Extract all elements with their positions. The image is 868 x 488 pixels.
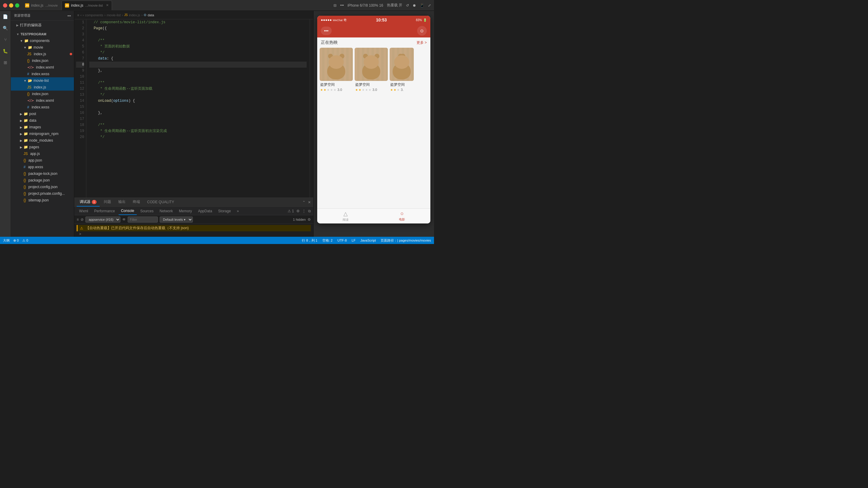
console-tab-console[interactable]: Console: [119, 207, 137, 215]
nav-next-icon[interactable]: ›: [83, 13, 84, 17]
item-label: index.json: [32, 59, 48, 63]
console-tab-memory[interactable]: Memory: [177, 207, 194, 215]
tab-debugger[interactable]: 调试器 1: [77, 198, 100, 206]
filter-input[interactable]: [128, 217, 158, 223]
console-prompt[interactable]: >: [77, 231, 311, 237]
clear-icon[interactable]: ⊘: [81, 218, 84, 222]
sidebar-item-movie-indexjs[interactable]: JS index.js: [11, 51, 74, 57]
service-selector[interactable]: appservice (#16): [85, 217, 120, 223]
close-panel-icon[interactable]: ✕: [308, 200, 311, 204]
phone-search-button[interactable]: ⊙: [417, 26, 427, 36]
sidebar-item-node-modules[interactable]: ▶ 📁 node_modules: [11, 137, 74, 144]
encoding-info: UTF-8: [337, 238, 347, 242]
sidebar-item-movie-indexjson[interactable]: {} index.json: [11, 57, 74, 64]
console-tab-storage[interactable]: Storage: [216, 207, 233, 215]
code-editor[interactable]: 1234 567 8 9101112 13141516 17181920 // …: [74, 19, 313, 198]
code-line-10: [89, 74, 307, 80]
sidebar-item-components[interactable]: ▼ 📁 components: [11, 37, 74, 44]
git-icon[interactable]: ⑂: [2, 36, 9, 43]
extensions-icon[interactable]: ⊞: [2, 59, 9, 66]
more-link[interactable]: 更多 >: [416, 40, 427, 45]
sidebar-item-movie-list[interactable]: ▼ 📂 movie-list: [11, 77, 74, 84]
sidebar-item-package-lock[interactable]: {} package-lock.json: [11, 170, 74, 177]
more-icon[interactable]: ⋮: [302, 209, 306, 213]
sidebar-item-movie-indexwxml[interactable]: ≺/≻ index.wxml: [11, 64, 74, 71]
tab-terminal[interactable]: 终端: [130, 198, 143, 206]
nav-item-read[interactable]: △ 阅读: [343, 210, 349, 222]
window-controls[interactable]: [3, 3, 19, 7]
settings-gear-icon[interactable]: ⚙: [308, 218, 311, 222]
tab-movie-index[interactable]: JS index.js .../movie: [22, 1, 61, 10]
nav-back-icon[interactable]: ≡: [77, 13, 79, 17]
tab-movie-list-index[interactable]: JS index.js .../movie-list ✕: [62, 1, 112, 10]
sidebar-item-movielist-indexwxml[interactable]: ≺/≻ index.wxml: [11, 97, 74, 104]
console-tab-performance[interactable]: Performance: [92, 207, 117, 215]
item-label: project.config.json: [28, 185, 58, 189]
sidebar-more-icon[interactable]: •••: [67, 14, 71, 18]
folder-icon-post: 📁: [24, 112, 28, 116]
tab-code-quality[interactable]: CODE QUALITY: [144, 198, 177, 206]
device-selector[interactable]: iPhone 6/7/8 100% 16: [348, 3, 383, 7]
sidebar-item-movie[interactable]: ▼ 📁 movie: [11, 44, 74, 51]
nav-prev-icon[interactable]: ‹: [80, 13, 82, 17]
sidebar-item-movielist-indexjs[interactable]: JS index.js: [11, 84, 74, 91]
tab-close-button[interactable]: ✕: [106, 3, 108, 7]
open-editors-header[interactable]: ▶ 打开的编辑器: [11, 22, 74, 28]
chevron-down-icon: ▼: [24, 79, 27, 82]
tab-problems[interactable]: 问题: [101, 198, 114, 206]
device-icon[interactable]: 📱: [420, 3, 424, 7]
sidebar-item-movie-indexwxss[interactable]: # index.wxss: [11, 71, 74, 77]
sidebar-item-movielist-indexwxss[interactable]: # index.wxss: [11, 104, 74, 111]
sidebar-item-appjson[interactable]: {} app.json: [11, 157, 74, 164]
sidebar-item-miniprogram-npm[interactable]: ▶ 📁 miniprogram_npm: [11, 131, 74, 137]
cursor-position: 行 8，列 1: [302, 238, 317, 243]
console-tab-appdata[interactable]: AppData: [195, 207, 215, 215]
console-tab-more[interactable]: »: [235, 207, 242, 215]
debug-icon[interactable]: 🐛: [2, 48, 9, 54]
refresh-icon[interactable]: ↺: [406, 3, 409, 7]
minimize-button[interactable]: [9, 3, 13, 7]
close-button[interactable]: [3, 3, 7, 7]
code-line-20: */: [89, 134, 307, 140]
hotreload-toggle[interactable]: 热重载 开: [387, 3, 402, 8]
console-content: ⚠ 【自动热重载】已开启代码文件保存后自动热重载（不支持 json) >: [74, 224, 313, 237]
sidebar-item-appjs[interactable]: JS app.js: [11, 150, 74, 157]
sidebar-item-package[interactable]: {} package.json: [11, 177, 74, 183]
editor-scrollbar[interactable]: [310, 19, 313, 198]
more-icon[interactable]: •••: [340, 3, 344, 7]
sidebar-toggle-icon[interactable]: ≡: [77, 218, 79, 222]
sidebar-item-post[interactable]: ▶ 📁 post: [11, 111, 74, 117]
item-label: index.js: [34, 52, 46, 56]
copy-icon[interactable]: ⧉: [308, 209, 311, 213]
maximize-button[interactable]: [15, 3, 19, 7]
star3-3: ★: [397, 88, 400, 91]
record-icon[interactable]: ⏺: [412, 3, 416, 7]
search-icon[interactable]: 🔍: [2, 25, 9, 31]
tree-root[interactable]: ▼ TESTPROGRAM: [11, 31, 74, 37]
sidebar-item-appwxss[interactable]: # app.wxss: [11, 164, 74, 170]
eye-icon[interactable]: 👁: [122, 218, 126, 222]
sidebar-item-data[interactable]: ▶ 📁 data: [11, 117, 74, 124]
outline-label[interactable]: 大纲: [3, 238, 10, 243]
sidebar-item-projectconfig[interactable]: {} project.config.json: [11, 183, 74, 190]
nav-item-movie[interactable]: ○ 电影: [399, 210, 405, 222]
files-icon[interactable]: 📄: [2, 13, 9, 20]
tab-output[interactable]: 输出: [115, 198, 129, 206]
sidebar-item-projectprivate[interactable]: {} project.private.config...: [11, 190, 74, 197]
code-text[interactable]: // components/movie-list/index.js Page({…: [86, 19, 310, 198]
sidebar-item-images[interactable]: ▶ 📁 images: [11, 124, 74, 131]
bear-head-2: [364, 55, 379, 69]
collapse-panel-icon[interactable]: ⌃: [302, 200, 305, 204]
sidebar-item-pages[interactable]: ▶ 📁 pages: [11, 144, 74, 150]
fullscreen-icon[interactable]: ⤢: [428, 3, 431, 7]
console-tab-sources[interactable]: Sources: [138, 207, 156, 215]
console-tab-network[interactable]: Network: [157, 207, 175, 215]
sidebar-item-sitemap[interactable]: {} sitemap.json: [11, 197, 74, 204]
movie-rating-3: ★ ★ ★ 3.: [390, 87, 414, 92]
levels-selector[interactable]: Default levels ▾: [160, 217, 193, 223]
layout-icon[interactable]: ⊟: [334, 3, 337, 7]
console-tab-wxml[interactable]: Wxml: [77, 207, 91, 215]
settings-icon[interactable]: ⚙: [297, 209, 300, 213]
phone-menu-button[interactable]: •••: [321, 27, 332, 35]
sidebar-item-movielist-indexjson[interactable]: {} index.json: [11, 91, 74, 97]
